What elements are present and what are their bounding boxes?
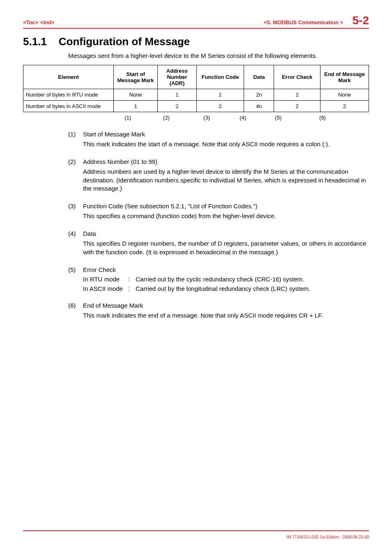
- cell: 2: [196, 101, 244, 112]
- col-index: (6): [300, 115, 345, 121]
- table-header-row: Element Start of Message Mark Address Nu…: [23, 65, 369, 89]
- item-number: (6): [68, 302, 83, 309]
- item-number: (1): [68, 131, 83, 138]
- section-number: 5.1.1: [23, 35, 47, 48]
- th-data: Data: [244, 65, 274, 89]
- item-body: This specifies a command (function code)…: [83, 212, 369, 220]
- item-6: (6) End of Message Mark: [68, 302, 369, 309]
- cell: 2: [320, 101, 369, 112]
- section-heading: 5.1.1 Configuration of Message: [23, 35, 369, 48]
- col-index: (4): [229, 115, 257, 121]
- item-4: (4) Data: [68, 230, 369, 237]
- mode-label: In ASCII mode: [83, 285, 128, 292]
- cell: None: [320, 89, 369, 101]
- col-index: (5): [257, 115, 300, 121]
- page-number: 5-2: [353, 14, 369, 27]
- mode-value: Carried out by the longitudinal redundan…: [136, 285, 369, 292]
- th-error-check: Error Check: [274, 65, 321, 89]
- item-5: (5) Error Check: [68, 266, 369, 273]
- item-body: This mark indicates the end of a message…: [83, 311, 369, 320]
- item-number: (5): [68, 266, 83, 273]
- item-title: Function Code (See subsection 5.2.1, "Li…: [83, 203, 257, 210]
- item-title: Start of Message Mark: [83, 131, 145, 138]
- cell: 2: [274, 89, 321, 101]
- row-label: Number of bytes in RTU mode: [23, 89, 114, 101]
- item-body: This mark indicates the start of a messa…: [83, 140, 369, 148]
- table-row: Number of bytes in ASCII mode 1 2 2 4n 2…: [23, 101, 369, 112]
- footer-text: IM 77J04J11-01E 1st Edition : 2006.08.25…: [286, 535, 369, 539]
- table-row: Number of bytes in RTU mode None 1 1 2n …: [23, 89, 369, 101]
- mode-colon: :: [128, 276, 136, 283]
- item-body: Address numbers are used by a higher-lev…: [83, 168, 369, 193]
- mode-colon: :: [128, 285, 136, 292]
- section-intro: Messages sent from a higher-level device…: [68, 52, 369, 59]
- th-element: Element: [23, 65, 114, 89]
- item-body: This specifies D register numbers, the n…: [83, 240, 369, 256]
- cell: 1: [113, 101, 157, 112]
- chapter-title: <5. MODBUS Communication >: [264, 19, 343, 25]
- cell: 4n: [244, 101, 274, 112]
- th-end-mark: End of Message Mark: [320, 65, 369, 89]
- item-title: Data: [83, 230, 96, 237]
- cell: None: [113, 89, 157, 101]
- cell: 2: [274, 101, 321, 112]
- col-index: (2): [148, 115, 184, 121]
- ind-link[interactable]: <Ind>: [40, 19, 55, 25]
- mode-row-ascii: In ASCII mode : Carried out by the longi…: [83, 285, 369, 292]
- col-index: (1): [107, 115, 148, 121]
- mode-row-rtu: In RTU mode : Carried out by the cyclic …: [83, 276, 369, 283]
- mode-value: Carried out by the cyclic redundancy che…: [136, 276, 369, 283]
- item-1: (1) Start of Message Mark: [68, 131, 369, 138]
- th-address: Address Number (ADR): [158, 65, 196, 89]
- message-config-table: Element Start of Message Mark Address Nu…: [23, 65, 369, 112]
- section-title-text: Configuration of Message: [59, 35, 190, 48]
- mode-label: In RTU mode: [83, 276, 128, 283]
- item-number: (2): [68, 158, 83, 165]
- item-3: (3) Function Code (See subsection 5.2.1,…: [68, 203, 369, 210]
- cell: 1: [196, 89, 244, 101]
- footer-rule: [23, 530, 369, 531]
- th-function-code: Function Code: [196, 65, 244, 89]
- cell: 2: [158, 101, 196, 112]
- row-label: Number of bytes in ASCII mode: [23, 101, 114, 112]
- item-title: Address Number (01 to 99): [83, 158, 157, 165]
- toc-link[interactable]: <Toc>: [23, 19, 38, 25]
- col-index: (3): [184, 115, 229, 121]
- th-start-mark: Start of Message Mark: [113, 65, 157, 89]
- item-number: (4): [68, 230, 83, 237]
- item-title: Error Check: [83, 266, 116, 273]
- page-header: <Toc> <Ind> <5. MODBUS Communication > 5…: [23, 14, 369, 29]
- column-index-row: (1) (2) (3) (4) (5) (6): [23, 115, 369, 121]
- cell: 1: [158, 89, 196, 101]
- item-number: (3): [68, 203, 83, 210]
- item-2: (2) Address Number (01 to 99): [68, 158, 369, 165]
- cell: 2n: [244, 89, 274, 101]
- item-title: End of Message Mark: [83, 302, 143, 309]
